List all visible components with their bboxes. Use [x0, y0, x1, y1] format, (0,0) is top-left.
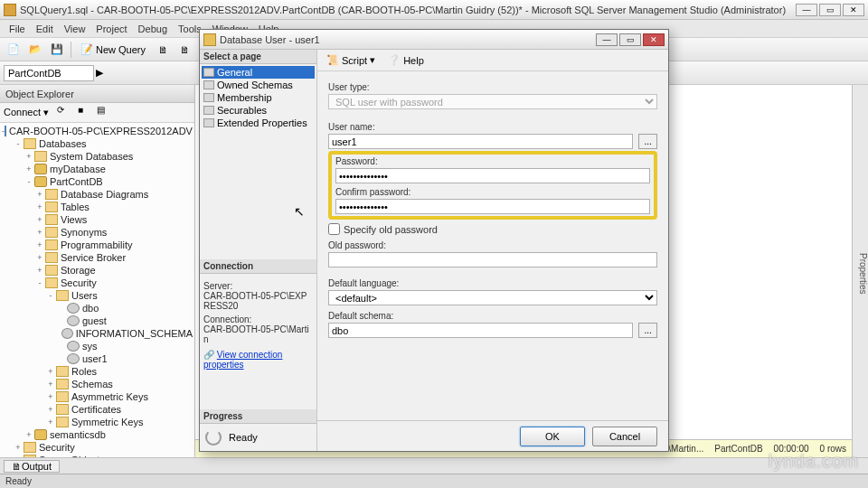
select-page-header: Select a page	[200, 50, 316, 64]
menu-file[interactable]: File	[4, 23, 31, 34]
menu-edit[interactable]: Edit	[31, 23, 59, 34]
open-icon[interactable]: 📂	[25, 41, 45, 59]
help-button[interactable]: ❔Help	[384, 54, 428, 66]
dialog-title: Database User - user1	[220, 34, 596, 45]
server-node[interactable]: CAR-BOOTH-05-PC\EXPRESS2012ADV (SQL S	[9, 126, 194, 136]
new-query-button[interactable]: 📝New Query	[75, 43, 151, 55]
bottom-bar: 🗎 Output	[0, 457, 868, 474]
programmability-node[interactable]: Programmability	[61, 239, 132, 250]
menu-debug[interactable]: Debug	[133, 23, 173, 34]
status-bar: Ready	[0, 474, 868, 488]
page-membership-label: Membership	[217, 92, 272, 103]
progress-box: Ready	[200, 424, 316, 451]
databases-node[interactable]: Databases	[39, 138, 87, 149]
roles-node[interactable]: Roles	[71, 366, 97, 377]
connection-header: Connection	[200, 259, 316, 274]
page-extended-properties[interactable]: Extended Properties	[202, 117, 315, 129]
execute-icon[interactable]: ▶	[96, 67, 103, 79]
user-name-input[interactable]	[328, 134, 633, 149]
script-button[interactable]: 📜Script ▾	[323, 54, 379, 66]
page-securables[interactable]: Securables	[202, 104, 315, 117]
minimize-button[interactable]: —	[796, 4, 817, 16]
semanticsdb-node[interactable]: semanticsdb	[50, 429, 106, 440]
symkeys-node[interactable]: Symmetric Keys	[71, 417, 143, 427]
database-user-dialog: Database User - user1 — ▭ ✕ Select a pag…	[199, 29, 669, 452]
sysdb-node[interactable]: System Databases	[50, 151, 133, 162]
page-owned-schemas[interactable]: Owned Schemas	[202, 79, 315, 91]
default-language-select[interactable]: <default>	[328, 290, 657, 305]
server-label: Server:	[203, 281, 313, 291]
new-query-icon: 📝	[80, 43, 93, 55]
toolbar-icon[interactable]: 🗎	[153, 41, 173, 59]
partcontdb-node[interactable]: PartContDB	[50, 176, 103, 187]
page-securables-label: Securables	[217, 105, 267, 116]
progress-spinner-icon	[205, 429, 222, 446]
default-schema-browse-button[interactable]: ...	[638, 323, 657, 338]
script-icon: 📜	[326, 54, 339, 66]
help-label: Help	[403, 55, 424, 66]
default-schema-input[interactable]	[328, 323, 633, 338]
synonyms-node[interactable]: Synonyms	[61, 227, 107, 238]
user-user1[interactable]: user1	[82, 353, 108, 364]
servicebroker-node[interactable]: Service Broker	[61, 252, 126, 263]
confirm-password-label: Confirm password:	[335, 187, 650, 197]
connect-dropdown[interactable]: Connect ▾	[4, 107, 49, 118]
mydb-node[interactable]: myDatabase	[50, 164, 106, 174]
menu-view[interactable]: View	[59, 23, 91, 34]
output-tab-label: Output	[22, 461, 52, 472]
specify-old-password-checkbox[interactable]	[328, 223, 340, 235]
dialog-left-panel: Select a page General Owned Schemas Memb…	[200, 50, 317, 451]
menu-project[interactable]: Project	[90, 23, 132, 34]
oe-toolbar-icon[interactable]: ■	[72, 105, 89, 121]
user-sys[interactable]: sys	[82, 341, 98, 352]
toolbar-icon[interactable]: 🗎	[175, 41, 194, 59]
status-text: Ready	[5, 476, 32, 486]
new-project-icon[interactable]: 📄	[4, 41, 24, 59]
save-icon[interactable]: 💾	[47, 41, 67, 59]
output-tab[interactable]: 🗎 Output	[4, 460, 60, 473]
object-explorer-title: Object Explorer	[0, 85, 194, 103]
security-node[interactable]: Security	[61, 277, 97, 288]
users-node[interactable]: Users	[71, 290, 98, 301]
asymkeys-node[interactable]: Asymmetric Keys	[71, 391, 148, 402]
server-objects-node[interactable]: Server Objects	[39, 455, 105, 457]
app-title-bar: SQLQuery1.sql - CAR-BOOTH-05-PC\EXPRESS2…	[0, 0, 868, 20]
old-password-label: Old password:	[328, 240, 657, 250]
close-button[interactable]: ✕	[843, 4, 864, 16]
user-dbo[interactable]: dbo	[82, 303, 99, 314]
dialog-maximize-button[interactable]: ▭	[619, 33, 641, 46]
oe-toolbar-icon[interactable]: ⟳	[52, 105, 69, 121]
views-node[interactable]: Views	[61, 214, 87, 225]
user-name-browse-button[interactable]: ...	[638, 134, 657, 149]
dialog-icon	[203, 33, 216, 46]
page-membership[interactable]: Membership	[202, 91, 315, 104]
maximize-button[interactable]: ▭	[819, 4, 841, 16]
oe-toolbar-icon[interactable]: ▤	[92, 105, 108, 121]
dialog-right-panel: 📜Script ▾ ❔Help User type: SQL user with…	[317, 50, 668, 451]
object-explorer-tree[interactable]: -CAR-BOOTH-05-PC\EXPRESS2012ADV (SQL S -…	[0, 123, 194, 457]
view-conn-props-icon: 🔗	[203, 350, 214, 360]
user-guest[interactable]: guest	[82, 315, 107, 326]
default-language-label: Default language:	[328, 278, 657, 288]
schemas-node[interactable]: Schemas	[71, 379, 113, 389]
db-security-node[interactable]: Security	[39, 442, 75, 453]
new-query-label: New Query	[96, 44, 146, 55]
user-type-select[interactable]: SQL user with password	[328, 94, 657, 109]
page-general[interactable]: General	[202, 66, 315, 79]
old-password-input	[328, 252, 657, 267]
tables-node[interactable]: Tables	[61, 202, 90, 212]
user-infoschema[interactable]: INFORMATION_SCHEMA	[76, 328, 193, 339]
properties-strip[interactable]: Properties	[852, 85, 868, 457]
view-connection-properties-link[interactable]: View connection properties	[203, 350, 282, 370]
dialog-minimize-button[interactable]: —	[596, 33, 618, 46]
storage-node[interactable]: Storage	[61, 265, 96, 276]
password-input[interactable]	[335, 168, 650, 183]
database-combo[interactable]: PartContDB	[4, 65, 94, 81]
certificates-node[interactable]: Certificates	[71, 404, 121, 415]
dialog-close-button[interactable]: ✕	[643, 33, 665, 46]
ok-button[interactable]: OK	[520, 427, 585, 446]
dbdiagrams-node[interactable]: Database Diagrams	[61, 189, 148, 200]
separator	[71, 42, 71, 58]
confirm-password-input[interactable]	[335, 199, 650, 214]
cancel-button[interactable]: Cancel	[592, 427, 657, 446]
